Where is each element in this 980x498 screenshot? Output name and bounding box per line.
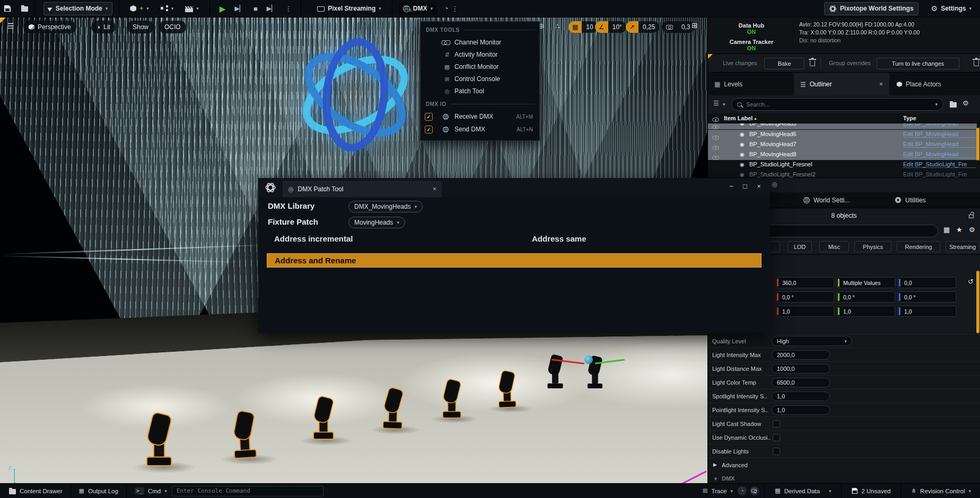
receive-dmx-checkbox[interactable]: ✓ [425, 113, 433, 121]
menu-item-send-dmx[interactable]: ✓ Send DMX ALT+N [421, 123, 539, 135]
gizmo-pivot-sphere[interactable] [584, 355, 593, 364]
camera-speed-control[interactable]: 0,3 [662, 21, 695, 33]
outliner-search-input[interactable]: Search... ▾ [731, 98, 943, 111]
transform-x-field[interactable]: 360,0 [776, 277, 834, 288]
bake-button[interactable]: Bake [764, 58, 804, 69]
menu-item-receive-dmx[interactable]: ✓ Receive DMX ALT+M [421, 111, 539, 122]
row-label[interactable]: BP_MovingHead7 [749, 141, 797, 147]
scale-x-field[interactable]: 1,0 [776, 306, 834, 317]
scale-z-field[interactable]: 1,0 [898, 306, 956, 317]
column-item-label[interactable]: Item Label ▴ [724, 115, 756, 121]
table-row[interactable]: ◉ BP_StudioLight_Fresnel2 Edit BP_Studio… [708, 170, 977, 177]
pixotope-world-settings-button[interactable]: Pixotope World Settings [824, 2, 918, 15]
row-edit-link[interactable]: Edit BP_MovingHead [903, 123, 976, 127]
filter-chip[interactable]: Rendering [897, 241, 940, 252]
ocio-dropdown[interactable]: OCIO [159, 21, 186, 33]
spotlight-intensity-field[interactable]: 1,0 [772, 392, 830, 401]
filter-chip[interactable]: Streaming [946, 241, 979, 252]
lit-mode-dropdown[interactable]: ◑ Lit [91, 21, 116, 33]
surface-snap-icon[interactable]: ∴ [555, 23, 559, 30]
outliner-scrollbar[interactable] [976, 128, 979, 161]
filter-chip[interactable]: Physics [854, 241, 891, 252]
moving-head-fixture[interactable] [312, 383, 335, 439]
unsaved-button[interactable]: 2 Unsaved [847, 484, 895, 498]
menu-item-control-console[interactable]: ⊞ Control Console [421, 73, 539, 85]
content-browser-icon[interactable] [21, 6, 28, 12]
table-row[interactable]: ◉ BP_MovingHead5 Edit BP_MovingHead [708, 123, 977, 129]
details-scrollbar[interactable] [976, 271, 979, 333]
eye-icon[interactable] [712, 125, 719, 129]
light-intensity-max-field[interactable]: 2000,0 [772, 350, 830, 360]
display-filter-icon[interactable]: ▦ [943, 226, 950, 233]
row-edit-link[interactable]: Edit BP_MovingHead [903, 131, 976, 138]
light-distance-max-field[interactable]: 1000,0 [772, 364, 830, 374]
rotation-snap-value[interactable]: 10° [608, 21, 626, 33]
table-row[interactable]: ◉ BP_MovingHead7 Edit BP_MovingHead [708, 140, 977, 150]
close-window-button[interactable]: × [752, 182, 766, 190]
address-and-rename-button[interactable]: Address and Rename [267, 253, 762, 268]
rotation-snap-toggle[interactable]: ∠ 10° [595, 21, 626, 33]
close-tab-icon[interactable]: × [433, 186, 436, 192]
quad-view-icon[interactable]: ⊞ [692, 22, 698, 29]
row-label[interactable]: BP_StudioLight_Fresnel [749, 161, 812, 167]
advanced-section-header[interactable]: ▶ Advanced [708, 458, 980, 472]
show-dropdown[interactable]: Show [127, 21, 154, 33]
row-label[interactable]: BP_MovingHead5 [749, 123, 797, 127]
tab-utilities[interactable]: Utilities [889, 192, 979, 208]
screenshot-icon[interactable] [750, 486, 759, 495]
menu-item-activity-monitor[interactable]: ⇵ Activity Monitor [421, 49, 539, 60]
row-label[interactable]: BP_MovingHead6 [749, 131, 797, 137]
row-edit-link[interactable]: Edit BP_MovingHead [903, 141, 976, 148]
address-same-header[interactable]: Address same [532, 234, 587, 243]
moving-head-fixture[interactable] [382, 375, 405, 428]
moving-head-fixture[interactable] [587, 345, 604, 388]
dmx-section-header[interactable]: ▼ DMX [708, 473, 980, 483]
moving-head-fixture[interactable] [496, 359, 517, 407]
insights-icon[interactable]: ◔ [738, 486, 747, 495]
selection-mode-dropdown[interactable]: ▶ Selection Mode ▾ [43, 2, 112, 15]
fixture-patch-dropdown[interactable]: MovingHeads ▾ [348, 217, 405, 228]
row-edit-link[interactable]: Edit BP_StudioLight_Fre [903, 161, 976, 168]
console-command-input[interactable] [172, 486, 323, 496]
table-row[interactable]: ◉ BP_StudioLight_Fresnel Edit BP_StudioL… [708, 160, 977, 170]
light-color-temp-field[interactable]: 6500,0 [772, 378, 830, 387]
column-type-label[interactable]: Type [903, 115, 916, 121]
address-incremental-header[interactable]: Address incremental [274, 234, 353, 243]
outliner-settings-gear-icon[interactable]: ⚙ [962, 100, 969, 106]
viewport-menu-hamburger[interactable]: ☰ [7, 22, 14, 30]
scale-snap-value[interactable]: 0,25 [638, 21, 659, 33]
send-dmx-checkbox[interactable]: ✓ [425, 126, 433, 134]
scale-snap-toggle[interactable]: ↗ 0,25 [626, 21, 659, 33]
moving-head-fixture[interactable] [442, 367, 462, 417]
lock-open-icon[interactable] [969, 215, 974, 218]
menu-item-patch-tool[interactable]: ◎ Patch Tool [421, 85, 539, 97]
add-actor-dropdown[interactable]: + ▾ [126, 2, 153, 15]
save-icon[interactable] [4, 5, 11, 12]
stop-button[interactable]: ■ [250, 5, 261, 12]
favorites-star-icon[interactable]: ★ [956, 226, 962, 233]
disable-lights-checkbox[interactable] [773, 448, 780, 455]
derived-data-dropdown[interactable]: ▦ Derived Data ▾ [770, 484, 836, 498]
eye-icon[interactable] [712, 146, 719, 150]
transform-z-field[interactable]: 0,0 [898, 277, 956, 288]
filter-chip[interactable]: Misc [819, 241, 849, 252]
details-settings-gear-icon[interactable]: ⚙ [969, 226, 975, 233]
filter-icon[interactable]: ☰ [713, 100, 719, 106]
eye-column-icon[interactable] [712, 118, 719, 122]
rotation-z-field[interactable]: 0,0 ° [898, 291, 956, 303]
patch-window-header[interactable]: ◎ DMX Patch Tool × − □ × [258, 178, 770, 197]
trash-icon[interactable] [974, 60, 979, 66]
pointlight-intensity-field[interactable]: 1,0 [772, 405, 830, 415]
row-edit-link[interactable]: Edit BP_MovingHead [903, 151, 976, 158]
menu-item-conflict-monitor[interactable]: ▦ Conflict Monitor [421, 61, 539, 73]
row-edit-link[interactable]: Edit BP_StudioLight_Fre [903, 171, 976, 177]
eye-icon[interactable] [712, 136, 719, 140]
table-row[interactable]: ◉ BP_MovingHead8 Edit BP_MovingHead [708, 150, 977, 160]
eye-icon[interactable] [712, 156, 719, 160]
tab-outliner[interactable]: ☰Outliner × [794, 73, 889, 95]
scale-y-field[interactable]: 1,0 [837, 306, 895, 317]
light-cast-shadow-checkbox[interactable] [773, 420, 780, 428]
toolbar-kebab[interactable]: ⋮ [451, 5, 458, 12]
play-options-kebab[interactable]: ⋮ [282, 5, 294, 12]
rotation-x-field[interactable]: 0,0 ° [776, 291, 834, 303]
